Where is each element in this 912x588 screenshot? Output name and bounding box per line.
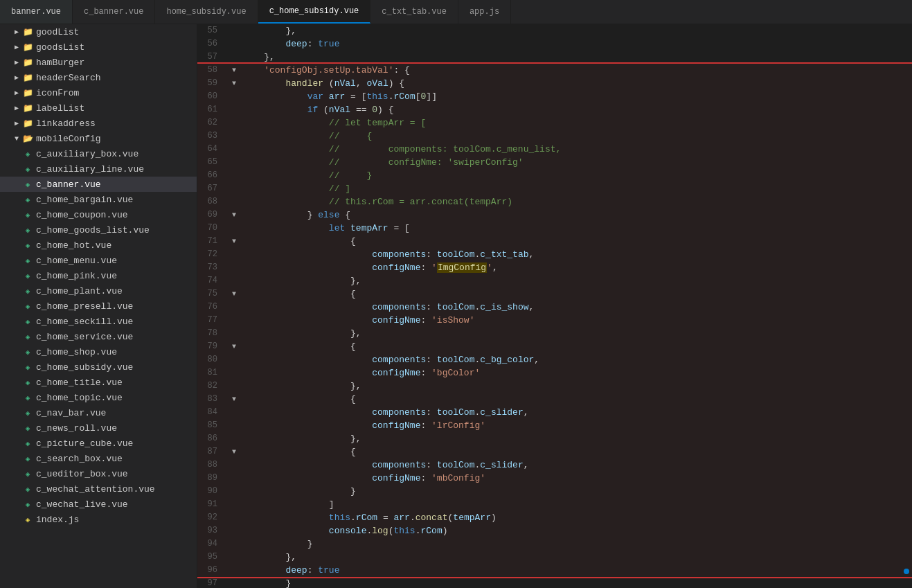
sidebar-label-c-wechat-live: c_wechat_live.vue [36, 499, 128, 510]
folder-icon-goodList: 📁 [22, 26, 33, 37]
sidebar-file-c-home-bargain[interactable]: ◈ c_home_bargain.vue [0, 192, 197, 207]
sidebar-file-c-wechat-attention[interactable]: ◈ c_wechat_attention.vue [0, 481, 197, 497]
sidebar-label-c-home-service: c_home_service.vue [36, 332, 133, 342]
fold-71[interactable]: ▼ [229, 235, 240, 248]
sidebar-item-iconFrom[interactable]: ▶ 📁 iconFrom [0, 85, 197, 100]
fold-83[interactable]: ▼ [229, 393, 240, 406]
code-line-62: 62 // let tempArr = [ [197, 116, 912, 130]
line-number-57: 57 [197, 51, 229, 64]
sidebar-label-c-auxiliary-line: c_auxiliary_line.vue [36, 164, 144, 175]
code-line-86: 86 }, [197, 432, 912, 445]
tab-banner[interactable]: banner.vue [0, 0, 73, 24]
sidebar-file-c-home-presell[interactable]: ◈ c_home_presell.vue [0, 299, 197, 314]
fold-75[interactable]: ▼ [229, 287, 240, 301]
sidebar-file-c-banner[interactable]: ◈ c_banner.vue [0, 177, 197, 192]
code-content-64: // components: toolCom.c_menu_list, [240, 143, 912, 156]
main-layout: ▶ 📁 goodList ▶ 📁 goodsList ⬛ ▶ 📁 hamBurg… [0, 24, 912, 588]
code-line-83: 83 ▼ { [197, 393, 912, 406]
file-icon-c-home-plant: ◈ [22, 285, 33, 296]
code-line-58: 58 ▼ 'configObj.setUp.tabVal': { [197, 64, 912, 77]
fold-87[interactable]: ▼ [229, 445, 240, 458]
tab-app-js[interactable]: app.js [458, 0, 511, 24]
file-icon-c-home-menu: ◈ [22, 255, 33, 266]
tab-home-subsidy[interactable]: home_subsidy.vue [155, 0, 258, 24]
sidebar-file-c-nav-bar[interactable]: ◈ c_nav_bar.vue [0, 405, 197, 420]
sidebar-file-c-home-title[interactable]: ◈ c_home_title.vue [0, 375, 197, 390]
line-number-86: 86 [197, 432, 229, 445]
code-line-87: 87 ▼ { [197, 445, 912, 458]
sidebar-label-index-js: index.js [36, 515, 79, 525]
file-icon-c-news-roll: ◈ [22, 422, 33, 434]
sidebar-file-c-ueditor-box[interactable]: ◈ c_ueditor_box.vue [0, 466, 197, 481]
folder-icon-headerSearch: 📁 [22, 72, 33, 83]
code-content-97: } [240, 577, 912, 588]
sidebar-item-headerSearch[interactable]: ▶ 📁 headerSearch [0, 70, 197, 85]
fold-69[interactable]: ▼ [229, 208, 240, 222]
code-content-68: // this.rCom = arr.concat(tempArr) [240, 195, 912, 208]
tab-c-txt-tab[interactable]: c_txt_tab.vue [370, 0, 458, 24]
sidebar-file-c-home-shop[interactable]: ◈ c_home_shop.vue [0, 344, 197, 359]
file-icon-c-home-shop: ◈ [22, 346, 33, 357]
code-content-57: }, [240, 51, 912, 64]
sidebar-item-mobileConfig[interactable]: ▼ 📂 mobileConfig [0, 131, 197, 146]
sidebar-file-c-home-seckill[interactable]: ◈ c_home_seckill.vue [0, 314, 197, 329]
code-line-79: 79 ▼ { [197, 340, 912, 353]
sidebar-label-linkaddress: linkaddress [36, 118, 96, 129]
fold-59[interactable]: ▼ [229, 77, 240, 90]
sidebar-item-labelList[interactable]: ▶ 📁 labelList [0, 100, 197, 116]
sidebar-item-goodList[interactable]: ▶ 📁 goodList [0, 24, 197, 39]
sidebar-item-hamBurger[interactable]: ▶ 📁 hamBurger [0, 55, 197, 70]
tab-bar: banner.vue c_banner.vue home_subsidy.vue… [0, 0, 912, 24]
sidebar-file-c-news-roll[interactable]: ◈ c_news_roll.vue [0, 420, 197, 436]
sidebar-label-c-home-pink: c_home_pink.vue [36, 271, 117, 281]
code-line-81: 81 configNme: 'bgColor' [197, 366, 912, 380]
sidebar-file-c-home-service[interactable]: ◈ c_home_service.vue [0, 329, 197, 344]
sidebar-file-c-auxiliary-line[interactable]: ◈ c_auxiliary_line.vue [0, 161, 197, 177]
code-line-96: 96 deep: true [197, 564, 912, 577]
sidebar-file-c-auxiliary-box[interactable]: ◈ c_auxiliary_box.vue [0, 146, 197, 161]
sidebar-label-c-news-roll: c_news_roll.vue [36, 423, 117, 434]
sidebar-label-c-wechat-attention: c_wechat_attention.vue [36, 484, 155, 495]
sidebar-file-c-home-topic[interactable]: ◈ c_home_topic.vue [0, 390, 197, 405]
sidebar-file-c-wechat-live[interactable]: ◈ c_wechat_live.vue [0, 497, 197, 512]
sidebar-label-c-home-title: c_home_title.vue [36, 377, 123, 388]
code-content-94: } [240, 537, 912, 551]
code-content-56: deep: true [240, 37, 912, 51]
sidebar-file-c-home-subsidy[interactable]: ◈ c_home_subsidy.vue [0, 359, 197, 375]
code-content-89: configNme: 'mbConfig' [240, 472, 912, 485]
sidebar-file-c-picture-cube[interactable]: ◈ c_picture_cube.vue [0, 436, 197, 451]
file-icon-c-home-topic: ◈ [22, 392, 33, 403]
sidebar-label-labelList: labelList [36, 103, 84, 114]
line-number-96: 96 [197, 564, 229, 577]
code-editor[interactable]: 55 }, 56 deep: true 57 }, [197, 24, 912, 588]
tab-c-home-subsidy[interactable]: c_home_subsidy.vue [258, 0, 371, 24]
sidebar-file-c-home-hot[interactable]: ◈ c_home_hot.vue [0, 238, 197, 253]
fold-58[interactable]: ▼ [229, 64, 240, 77]
sidebar-item-goodsList[interactable]: ▶ 📁 goodsList ⬛ [0, 39, 197, 55]
sidebar-item-linkaddress[interactable]: ▶ 📁 linkaddress [0, 116, 197, 131]
folder-arrow-iconFrom: ▶ [11, 89, 22, 97]
sidebar-label-c-home-menu: c_home_menu.vue [36, 256, 117, 266]
code-line-72: 72 components: toolCom.c_txt_tab, [197, 248, 912, 261]
sidebar-file-c-home-coupon[interactable]: ◈ c_home_coupon.vue [0, 207, 197, 222]
file-icon-c-home-goods-list: ◈ [22, 224, 33, 235]
file-icon-index-js: ◈ [22, 514, 33, 525]
sidebar-file-index-js[interactable]: ◈ index.js [0, 512, 197, 527]
file-icon-c-home-bargain: ◈ [22, 194, 33, 205]
code-line-97: 97 } [197, 577, 912, 588]
sidebar-file-c-home-pink[interactable]: ◈ c_home_pink.vue [0, 268, 197, 283]
file-icon-c-home-coupon: ◈ [22, 209, 33, 220]
sidebar-file-c-home-plant[interactable]: ◈ c_home_plant.vue [0, 283, 197, 299]
sidebar-file-c-home-goods-list[interactable]: ◈ c_home_goods_list.vue [0, 222, 197, 238]
line-number-66: 66 [197, 169, 229, 182]
fold-79[interactable]: ▼ [229, 340, 240, 353]
line-number-56: 56 [197, 37, 229, 51]
sidebar-file-c-search-box[interactable]: ◈ c_search_box.vue [0, 451, 197, 466]
code-line-56: 56 deep: true [197, 37, 912, 51]
code-line-70: 70 let tempArr = [ [197, 222, 912, 235]
file-icon-c-home-subsidy: ◈ [22, 362, 33, 373]
sidebar-label-mobileConfig: mobileConfig [36, 134, 101, 144]
sidebar-file-c-home-menu[interactable]: ◈ c_home_menu.vue [0, 253, 197, 268]
tab-c-banner[interactable]: c_banner.vue [73, 0, 155, 24]
code-content-74: }, [240, 274, 912, 287]
